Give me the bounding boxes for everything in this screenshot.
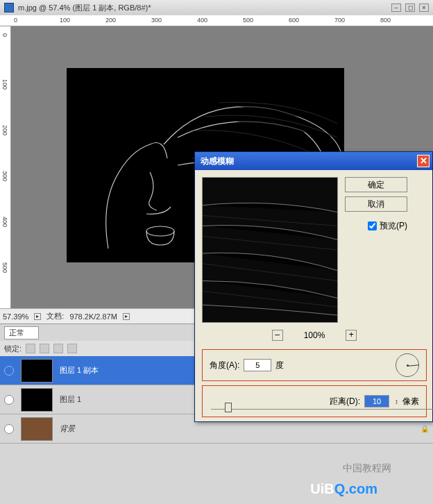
dialog-title: 动感模糊 bbox=[201, 156, 234, 167]
visibility-icon[interactable] bbox=[4, 424, 14, 434]
watermark-cn: 中国教程网 bbox=[343, 462, 391, 475]
distance-group: 距离(D): ↕ 像素 bbox=[202, 385, 427, 417]
restore-button[interactable]: ◻ bbox=[405, 3, 415, 12]
angle-dial[interactable] bbox=[396, 353, 419, 377]
preview-checkbox[interactable]: 预览(P) bbox=[368, 220, 407, 232]
window-title: m.jpg @ 57.4% (图层 1 副本, RGB/8#)* bbox=[18, 3, 151, 13]
svg-rect-2 bbox=[203, 178, 337, 322]
distance-input[interactable] bbox=[364, 395, 389, 408]
lock-icon: 🔒 bbox=[421, 425, 429, 432]
visibility-icon[interactable] bbox=[4, 395, 14, 405]
zoom-out-button[interactable]: – bbox=[272, 330, 283, 341]
window-titlebar: m.jpg @ 57.4% (图层 1 副本, RGB/8#)* – ◻ × bbox=[0, 0, 433, 15]
zoom-in-button[interactable]: + bbox=[346, 330, 357, 341]
layer-name: 图层 1 副本 bbox=[60, 365, 99, 376]
doc-info: 978.2K/2.87M bbox=[69, 312, 117, 321]
minimize-button[interactable]: – bbox=[391, 3, 401, 12]
angle-unit: 度 bbox=[275, 360, 284, 371]
ok-button[interactable]: 确定 bbox=[345, 177, 407, 192]
motion-blur-dialog: 动感模糊 ✕ 确定 取消 bbox=[194, 151, 433, 422]
zoom-readout: 57.39% bbox=[3, 312, 28, 321]
lock-transparency-icon[interactable] bbox=[26, 344, 35, 353]
slider-thumb[interactable] bbox=[225, 403, 232, 412]
layer-thumbnail bbox=[21, 417, 53, 441]
ruler-vertical: 0 100 200 300 400 500 bbox=[0, 26, 11, 308]
preview-checkbox-input[interactable] bbox=[368, 221, 377, 230]
layer-name: 图层 1 bbox=[60, 394, 81, 405]
cancel-button[interactable]: 取消 bbox=[345, 196, 407, 212]
close-button[interactable]: × bbox=[419, 3, 429, 12]
doc-dropdown-icon[interactable]: ▸ bbox=[123, 313, 130, 320]
blend-mode-select[interactable]: 正常 bbox=[4, 326, 39, 339]
angle-group: 角度(A): 度 bbox=[202, 349, 427, 381]
lock-position-icon[interactable] bbox=[53, 344, 63, 353]
doc-label: 文档: bbox=[46, 311, 64, 321]
preview-thumbnail[interactable] bbox=[202, 177, 338, 323]
visibility-icon[interactable] bbox=[4, 366, 14, 376]
distance-unit: 像素 bbox=[402, 396, 419, 408]
distance-slider[interactable] bbox=[211, 407, 433, 410]
layer-thumbnail bbox=[21, 359, 53, 383]
ruler-horizontal: 0 100 200 300 400 500 600 700 800 bbox=[0, 15, 433, 26]
lock-label: 锁定: bbox=[4, 344, 22, 354]
angle-input[interactable] bbox=[244, 359, 271, 371]
logo: UiBQ.com bbox=[310, 481, 377, 497]
lock-all-icon[interactable] bbox=[67, 344, 77, 353]
app-icon bbox=[4, 3, 14, 12]
dialog-titlebar[interactable]: 动感模糊 ✕ bbox=[195, 152, 432, 170]
dialog-close-button[interactable]: ✕ bbox=[417, 155, 430, 167]
lock-paint-icon[interactable] bbox=[40, 344, 49, 353]
zoom-dropdown-icon[interactable]: ▸ bbox=[34, 313, 41, 320]
zoom-level: 100% bbox=[304, 330, 325, 340]
layer-name: 背景 bbox=[60, 423, 75, 434]
distance-label: 距离(D): bbox=[330, 396, 360, 408]
layer-thumbnail bbox=[21, 388, 53, 412]
cursor-icon: ↕ bbox=[395, 398, 398, 405]
preview-zoom-controls: – 100% + bbox=[202, 330, 427, 341]
angle-label: 角度(A): bbox=[210, 360, 239, 371]
